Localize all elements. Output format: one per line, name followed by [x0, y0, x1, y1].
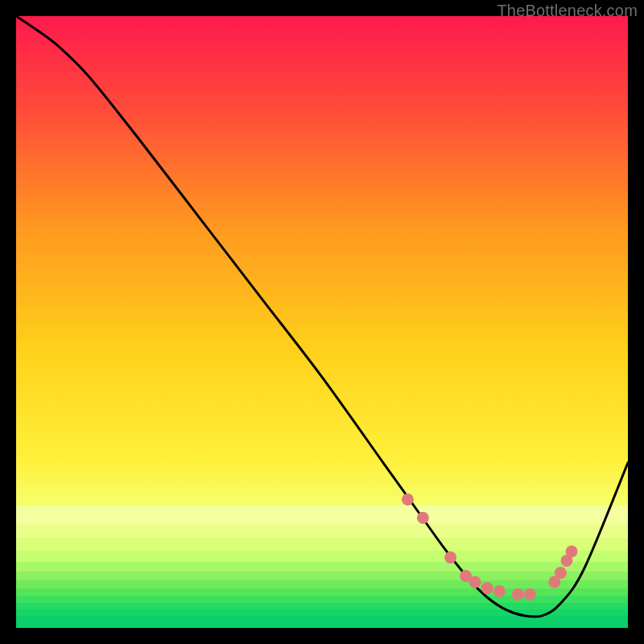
attribution-text: TheBottleneck.com [497, 2, 638, 20]
scatter-dot [469, 576, 481, 588]
scatter-dot [402, 493, 414, 506]
scatter-dot [524, 588, 536, 601]
scatter-dot [512, 588, 524, 601]
chart-svg [16, 16, 628, 628]
scatter-dot [481, 582, 493, 594]
plot-area [16, 16, 628, 628]
scatter-dot [566, 546, 578, 558]
chart-frame: TheBottleneck.com [0, 0, 644, 644]
scatter-dot [555, 567, 567, 579]
scatter-dot [493, 585, 506, 597]
scatter-dot [444, 551, 456, 564]
scatter-points [402, 493, 578, 601]
bottleneck-curve [16, 16, 628, 617]
scatter-dot [417, 512, 429, 524]
